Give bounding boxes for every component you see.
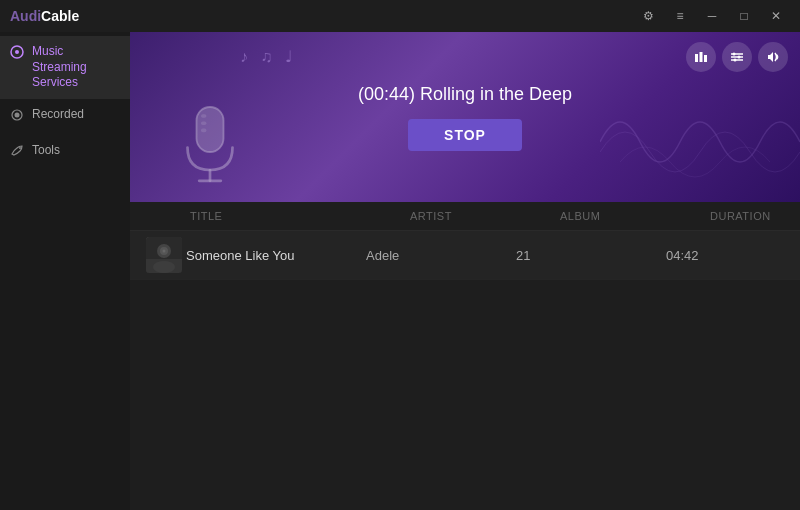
sidebar-item-tools[interactable]: Tools [0,135,130,171]
svg-point-11 [733,53,736,56]
sidebar-item-recorded[interactable]: Recorded [0,99,130,135]
menu-button[interactable]: ≡ [666,6,694,26]
col-duration: DURATION [710,210,800,222]
maximize-button[interactable]: □ [730,6,758,26]
window-controls: ⚙ ≡ ─ □ ✕ [634,6,790,26]
music-streaming-icon [10,45,24,64]
svg-point-13 [734,59,737,62]
recorded-icon [10,108,24,127]
settings-button[interactable]: ⚙ [634,6,662,26]
sidebar: Music Streaming Services Recorded Tools [0,32,130,510]
track-thumbnail [146,237,182,273]
app-logo-area: AudiCable [10,8,79,24]
svg-rect-6 [700,52,703,62]
sidebar-label-tools: Tools [32,143,60,159]
app-name-suffix: Cable [41,8,79,24]
music-notes-decoration: ♪ ♫ ♩ [240,47,297,66]
now-playing-title: (00:44) Rolling in the Deep [358,84,572,105]
svg-rect-5 [695,54,698,62]
player-controls-right [686,42,788,72]
track-table: TITLE ARTIST ALBUM DURATION [130,202,800,510]
app-name-prefix: Audi [10,8,41,24]
track-title: Someone Like You [186,248,366,263]
sidebar-label-music-streaming: Music Streaming Services [32,44,120,91]
stop-button[interactable]: STOP [408,119,522,151]
table-row[interactable]: Someone Like You Adele 21 04:42 [130,231,800,280]
svg-rect-14 [197,107,224,152]
svg-point-24 [163,250,166,253]
equalizer-bars-button[interactable] [686,42,716,72]
track-duration: 04:42 [666,248,786,263]
content-area: ♪ ♫ ♩ (00:44) Rolling in the Deep STOP T… [130,32,800,510]
sidebar-label-recorded: Recorded [32,107,84,123]
svg-rect-17 [201,129,206,133]
tools-icon [10,144,24,163]
titlebar: AudiCable ⚙ ≡ ─ □ ✕ [0,0,800,32]
mic-illustration [170,98,250,192]
svg-point-4 [19,147,21,149]
svg-rect-7 [704,55,707,62]
track-album: 21 [516,248,666,263]
svg-point-12 [738,56,741,59]
col-album: ALBUM [560,210,710,222]
close-button[interactable]: ✕ [762,6,790,26]
track-thumb-img [146,237,182,273]
settings-eq-button[interactable] [722,42,752,72]
table-header: TITLE ARTIST ALBUM DURATION [130,202,800,231]
main-layout: Music Streaming Services Recorded Tools [0,32,800,510]
sidebar-item-music-streaming[interactable]: Music Streaming Services [0,36,130,99]
volume-button[interactable] [758,42,788,72]
svg-point-1 [15,50,19,54]
svg-point-3 [15,112,20,117]
track-artist: Adele [366,248,516,263]
app-logo: AudiCable [10,8,79,24]
player-banner: ♪ ♫ ♩ (00:44) Rolling in the Deep STOP [130,32,800,202]
col-artist: ARTIST [410,210,560,222]
col-title: TITLE [190,210,410,222]
svg-point-22 [153,261,175,273]
wave-decoration [600,82,800,202]
minimize-button[interactable]: ─ [698,6,726,26]
svg-rect-16 [201,121,206,125]
svg-rect-15 [201,114,206,118]
